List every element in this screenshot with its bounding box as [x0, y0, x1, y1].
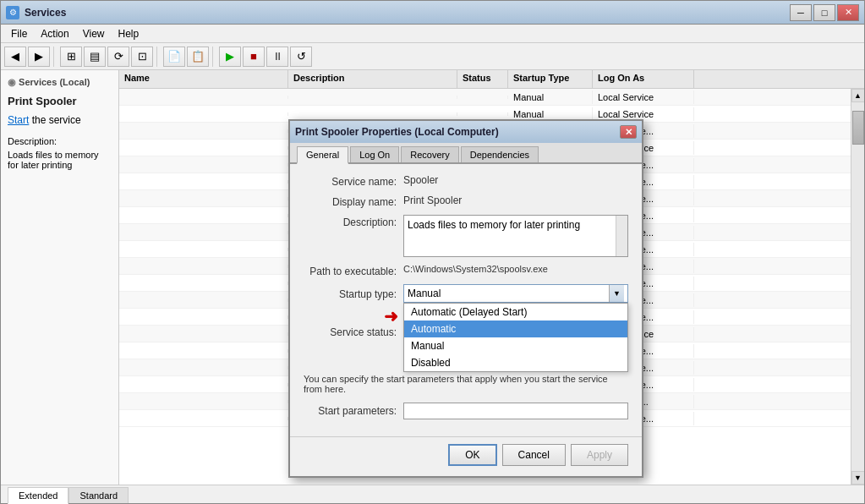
menu-file[interactable]: File: [4, 26, 34, 41]
properties-button[interactable]: ⊡: [131, 47, 153, 67]
dialog-footer: OK Cancel Apply: [290, 436, 642, 476]
cell-status: [457, 96, 508, 99]
cell-desc: [288, 96, 457, 99]
toolbar-separator-2: [156, 47, 160, 67]
display-name-row: Display name: Print Spooler: [304, 194, 628, 208]
list-header: Name Description Status Startup Type Log…: [119, 70, 864, 89]
show-console-button[interactable]: ⊞: [60, 47, 82, 67]
col-header-name: Name: [119, 70, 288, 88]
col-header-desc: Description: [288, 70, 457, 88]
window-controls: ─ □ ✕: [790, 4, 859, 21]
close-button[interactable]: ✕: [837, 4, 859, 21]
dropdown-option-auto-delayed[interactable]: Automatic (Delayed Start): [404, 304, 627, 320]
cell-name: [119, 163, 288, 167]
path-field-label: Path to executable:: [304, 264, 397, 277]
dialog-close-button[interactable]: ✕: [620, 125, 637, 139]
table-row[interactable]: Manual Local Service: [119, 89, 864, 106]
menu-action[interactable]: Action: [34, 26, 75, 41]
refresh-button[interactable]: ⟳: [107, 47, 129, 67]
menu-view[interactable]: View: [76, 26, 112, 41]
start-service-button[interactable]: ▶: [219, 47, 241, 67]
start-service-link[interactable]: Start: [8, 114, 29, 126]
cell-name: [119, 214, 288, 217]
show-list-button[interactable]: ▤: [84, 47, 106, 67]
description-row: Description: Loads files to memory for l…: [304, 215, 628, 257]
list-scrollbar[interactable]: ▲ ▼: [851, 89, 864, 485]
maximize-button[interactable]: □: [813, 4, 835, 21]
startup-dropdown-value: Manual: [408, 288, 441, 299]
tab-logon[interactable]: Log On: [350, 146, 399, 162]
service-name-row: Service name: Spooler: [304, 174, 628, 188]
cancel-button[interactable]: Cancel: [502, 444, 566, 466]
main-window: ⚙ Services ─ □ ✕ File Action View Help ◀…: [0, 0, 865, 504]
back-button[interactable]: ◀: [4, 47, 26, 67]
dropdown-arrow-icon[interactable]: ▼: [609, 285, 624, 302]
cell-name: [119, 231, 288, 234]
toolbar: ◀ ▶ ⊞ ▤ ⟳ ⊡ 📄 📋 ▶ ■ ⏸ ↺: [1, 43, 864, 70]
toolbar-separator-3: [212, 47, 216, 67]
desc-scrollbar[interactable]: [616, 216, 627, 256]
col-header-startup: Startup Type: [508, 70, 593, 88]
cell-name: [119, 248, 288, 251]
dropdown-option-automatic[interactable]: Automatic: [404, 320, 627, 337]
dialog-title: Print Spooler Properties (Local Computer…: [295, 126, 620, 138]
startup-dropdown-container: Manual ▼ Automatic (Delayed Start) Autom…: [403, 284, 628, 303]
tab-recovery[interactable]: Recovery: [401, 146, 458, 162]
dialog-title-bar: Print Spooler Properties (Local Computer…: [290, 121, 642, 143]
dropdown-option-disabled[interactable]: Disabled: [404, 354, 627, 371]
red-arrow-icon: ➜: [384, 306, 398, 326]
main-content: ◉ Services (Local) Print Spooler Start t…: [1, 70, 864, 485]
startup-dropdown-list: Automatic (Delayed Start) Automatic Manu…: [403, 303, 628, 372]
forward-button[interactable]: ▶: [28, 47, 50, 67]
properties-dialog: Print Spooler Properties (Local Computer…: [288, 119, 643, 478]
left-panel: ◉ Services (Local) Print Spooler Start t…: [1, 70, 119, 485]
startup-type-row: Startup type: Manual ▼ Automatic (Delaye…: [304, 284, 628, 303]
description-field-box: Loads files to memory for later printing: [403, 215, 628, 257]
start-params-row: Start parameters:: [304, 403, 628, 419]
scroll-thumb[interactable]: [852, 111, 864, 145]
cell-name: [119, 96, 288, 99]
service-status-label: Service status:: [304, 326, 397, 338]
cell-name: [119, 129, 288, 133]
display-name-field-label: Display name:: [304, 194, 397, 208]
pause-service-button[interactable]: ⏸: [266, 47, 288, 67]
dialog-body: Service name: Spooler Display name: Prin…: [290, 164, 642, 436]
cell-logon: Local Service: [593, 90, 694, 104]
service-name-field-label: Service name:: [304, 174, 397, 188]
ok-button[interactable]: OK: [448, 444, 496, 466]
left-description: Description: Loads files to memory for l…: [8, 136, 112, 170]
tab-general[interactable]: General: [297, 146, 348, 164]
restart-service-button[interactable]: ↺: [290, 47, 312, 67]
cell-name: [119, 400, 288, 403]
start-params-input[interactable]: [403, 403, 628, 419]
cell-name: [119, 417, 288, 420]
hint-text: You can specify the start parameters tha…: [304, 374, 628, 394]
col-header-logon: Log On As: [593, 70, 694, 88]
new-button[interactable]: 📄: [163, 47, 185, 67]
cell-desc: [288, 112, 457, 116]
tab-dependencies[interactable]: Dependencies: [461, 146, 539, 162]
start-params-label: Start parameters:: [304, 405, 397, 417]
export-button[interactable]: 📋: [187, 47, 209, 67]
dropdown-option-manual[interactable]: Manual: [404, 337, 627, 354]
scroll-up-button[interactable]: ▲: [851, 89, 865, 102]
stop-service-button[interactable]: ■: [243, 47, 265, 67]
path-row: Path to executable: C:\Windows\System32\…: [304, 264, 628, 277]
cell-name: [119, 112, 288, 116]
description-field-value: Loads files to memory for later printing: [408, 219, 580, 231]
menu-help[interactable]: Help: [112, 26, 146, 41]
cell-name: [119, 349, 288, 353]
cell-name: [119, 146, 288, 150]
apply-button[interactable]: Apply: [571, 444, 628, 466]
startup-dropdown-selected[interactable]: Manual ▼: [403, 284, 628, 303]
cell-name: [119, 332, 288, 336]
cell-name: [119, 383, 288, 386]
minimize-button[interactable]: ─: [790, 4, 812, 21]
tab-standard[interactable]: Standard: [68, 487, 129, 503]
tab-extended[interactable]: Extended: [8, 487, 68, 504]
cell-name: [119, 197, 288, 200]
toolbar-separator-1: [53, 47, 57, 67]
title-bar: ⚙ Services ─ □ ✕: [1, 1, 864, 25]
scroll-down-button[interactable]: ▼: [851, 471, 865, 485]
scroll-track[interactable]: [851, 102, 864, 471]
